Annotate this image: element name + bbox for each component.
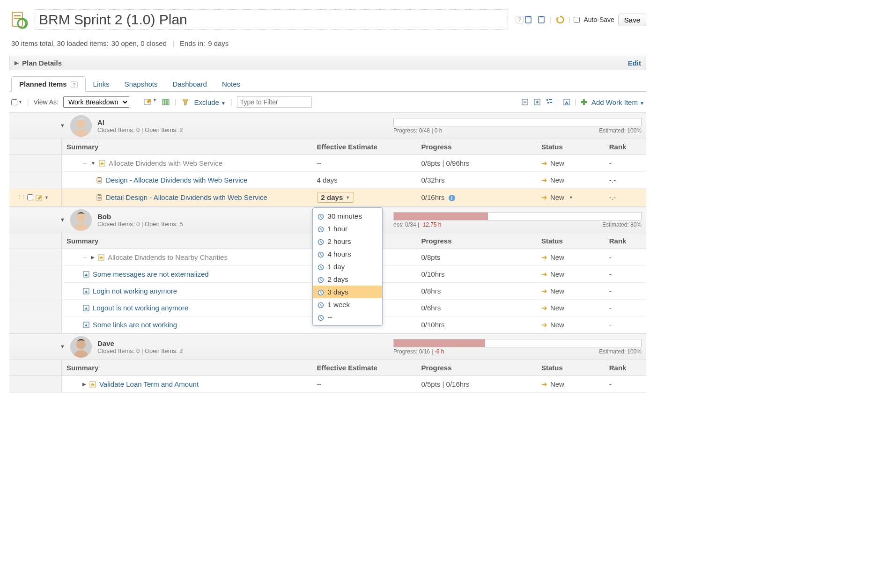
tab-planned-items[interactable]: Planned Items ?	[11, 76, 86, 92]
tree-caret-icon[interactable]: ▶	[82, 382, 86, 387]
estimate-option[interactable]: 4 hours	[313, 248, 382, 260]
status-value[interactable]: New	[550, 193, 564, 201]
col-rank[interactable]: Rank	[605, 233, 646, 249]
work-item-summary[interactable]: Validate Loan Term and Amount	[99, 380, 199, 388]
col-progress[interactable]: Progress	[416, 360, 536, 376]
status-value[interactable]: New	[550, 380, 564, 388]
tab-dashboard[interactable]: Dashboard	[165, 77, 214, 91]
tab-notes[interactable]: Notes	[214, 77, 248, 91]
info-icon[interactable]: i	[449, 195, 455, 201]
table-row[interactable]: ←▼Allocate Dividends with Web Service--0…	[9, 155, 646, 172]
status-value[interactable]: New	[550, 321, 564, 329]
rank-value: -	[609, 287, 612, 295]
tab-links[interactable]: Links	[86, 77, 117, 91]
row-menu-caret-icon[interactable]: ▼	[44, 195, 49, 200]
story-icon	[89, 381, 96, 388]
refresh-icon[interactable]	[555, 15, 565, 24]
col-estimate[interactable]: Effective Estimate	[312, 360, 417, 376]
col-progress[interactable]: Progress	[416, 139, 536, 155]
row-checkbox[interactable]	[27, 194, 33, 200]
tree-caret-icon[interactable]: ▼	[91, 161, 96, 166]
columns-icon[interactable]	[162, 98, 170, 106]
expand-all-icon[interactable]	[533, 98, 541, 106]
work-item-summary[interactable]: Detail Design - Allocate Dividends with …	[106, 193, 267, 201]
col-summary[interactable]: Summary	[61, 360, 312, 376]
table-row[interactable]: ▶Validate Loan Term and Amount--0/5pts |…	[9, 376, 646, 393]
row-edit-icon[interactable]	[35, 193, 43, 201]
save-button[interactable]: Save	[618, 14, 646, 26]
auto-save-checkbox[interactable]	[574, 17, 580, 23]
plan-details-label[interactable]: Plan Details	[22, 59, 62, 67]
status-caret-icon[interactable]: ▼	[569, 195, 573, 200]
svg-rect-22	[550, 102, 552, 103]
avatar	[70, 336, 92, 358]
exclude-link[interactable]: Exclude ▼	[194, 98, 226, 106]
svg-rect-21	[547, 102, 549, 103]
estimate-option[interactable]: 1 day	[313, 260, 382, 273]
add-work-item-link[interactable]: Add Work Item ▼	[591, 98, 644, 106]
status-value[interactable]: New	[550, 253, 564, 261]
filter-config-icon[interactable]	[181, 98, 190, 106]
select-all-checkbox[interactable]: ▼	[11, 99, 22, 105]
work-item-summary[interactable]: Allocate Dividends with Web Service	[109, 159, 222, 167]
estimate-option[interactable]: 1 hour	[313, 222, 382, 235]
col-status[interactable]: Status	[537, 139, 605, 155]
work-item-summary[interactable]: Logout is not working anymore	[93, 304, 188, 312]
clipboard-out-icon[interactable]	[537, 15, 546, 24]
drag-handle-icon[interactable]: ⋮⋮	[17, 194, 25, 200]
view-as-select[interactable]: Work Breakdown	[63, 96, 129, 108]
estimate-option[interactable]: 3 days	[313, 286, 382, 298]
col-status[interactable]: Status	[537, 360, 605, 376]
work-item-summary[interactable]: Some links are not working	[93, 321, 177, 329]
owner-collapse-caret-icon[interactable]: ▼	[60, 344, 65, 349]
page-title[interactable]: BRM Sprint 2 (1.0) Plan	[34, 9, 508, 30]
work-item-summary[interactable]: Design - Allocate Dividends with Web Ser…	[106, 176, 247, 184]
status-value[interactable]: New	[550, 304, 564, 312]
clipboard-in-icon[interactable]	[524, 15, 533, 24]
add-work-item-icon[interactable]	[580, 98, 588, 106]
col-summary[interactable]: Summary	[61, 233, 312, 249]
col-estimate[interactable]: Effective Estimate	[312, 139, 417, 155]
tab-help-icon[interactable]: ?	[71, 81, 78, 88]
export-icon[interactable]	[562, 98, 571, 106]
status-value[interactable]: New	[550, 270, 564, 278]
tab-snapshots[interactable]: Snapshots	[117, 77, 165, 91]
plan-details-caret-icon[interactable]: ▶	[15, 60, 18, 66]
estimate-dropdown-menu[interactable]: 30 minutes1 hour2 hours4 hours1 day2 day…	[312, 207, 383, 326]
table-row[interactable]: ⋮⋮ ▼ Detail Design - Allocate Dividends …	[9, 189, 646, 206]
work-item-summary[interactable]: Allocate Dividends to Nearby Charities	[108, 253, 228, 261]
work-item-summary[interactable]: Some messages are not externalized	[93, 270, 209, 278]
col-status[interactable]: Status	[537, 233, 605, 249]
col-rank[interactable]: Rank	[605, 139, 646, 155]
estimate-option[interactable]: 30 minutes	[313, 210, 382, 222]
estimate-option[interactable]: --	[313, 311, 382, 323]
work-item-summary[interactable]: Login not working anymore	[93, 287, 177, 295]
rank-value: -	[609, 270, 612, 278]
owner-collapse-caret-icon[interactable]: ▼	[60, 217, 65, 222]
filter-input[interactable]	[237, 96, 312, 108]
ends-in-value: 9 days	[208, 39, 229, 47]
owner-meta: Closed Items: 0 | Open Items: 2	[97, 126, 183, 133]
col-rank[interactable]: Rank	[605, 360, 646, 376]
col-summary[interactable]: Summary	[61, 139, 312, 155]
status-value[interactable]: New	[550, 176, 564, 184]
col-progress[interactable]: Progress	[416, 233, 536, 249]
collapse-all-icon[interactable]	[521, 98, 529, 106]
edit-link[interactable]: Edit	[628, 59, 641, 67]
rank-value: -	[609, 159, 612, 167]
outline-icon[interactable]	[545, 98, 554, 106]
rank-value: -	[609, 321, 612, 329]
status-value[interactable]: New	[550, 287, 564, 295]
edit-columns-icon[interactable]: ▼	[143, 98, 157, 106]
effective-estimate-dropdown[interactable]: 2 days▼	[317, 192, 354, 203]
svg-rect-38	[98, 198, 101, 199]
status-value[interactable]: New	[550, 159, 564, 167]
title-help-icon[interactable]: ?	[516, 16, 524, 23]
estimate-option[interactable]: 1 week	[313, 298, 382, 311]
estimate-option[interactable]: 2 days	[313, 273, 382, 286]
owner-collapse-caret-icon[interactable]: ▼	[60, 123, 65, 128]
estimate-option[interactable]: 2 hours	[313, 235, 382, 248]
tree-caret-icon[interactable]: ▶	[91, 255, 95, 260]
table-row[interactable]: Design - Allocate Dividends with Web Ser…	[9, 172, 646, 189]
progress-value: 0/5pts | 0/16hrs	[421, 380, 469, 388]
